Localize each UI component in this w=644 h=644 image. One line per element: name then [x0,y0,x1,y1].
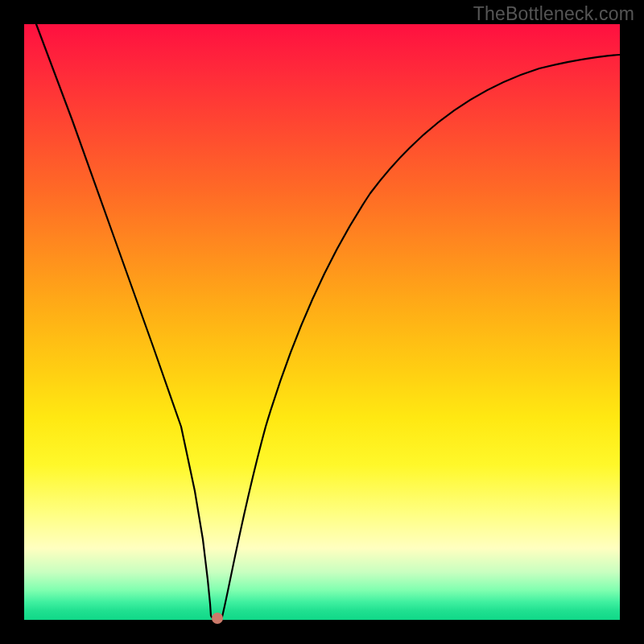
curve-left [36,24,213,618]
bottleneck-curve [24,24,620,620]
curve-right [222,55,620,617]
chart-frame: TheBottleneck.com [0,0,644,644]
watermark-text: TheBottleneck.com [473,3,634,25]
optimal-point-marker [212,613,223,624]
plot-area [24,24,620,620]
